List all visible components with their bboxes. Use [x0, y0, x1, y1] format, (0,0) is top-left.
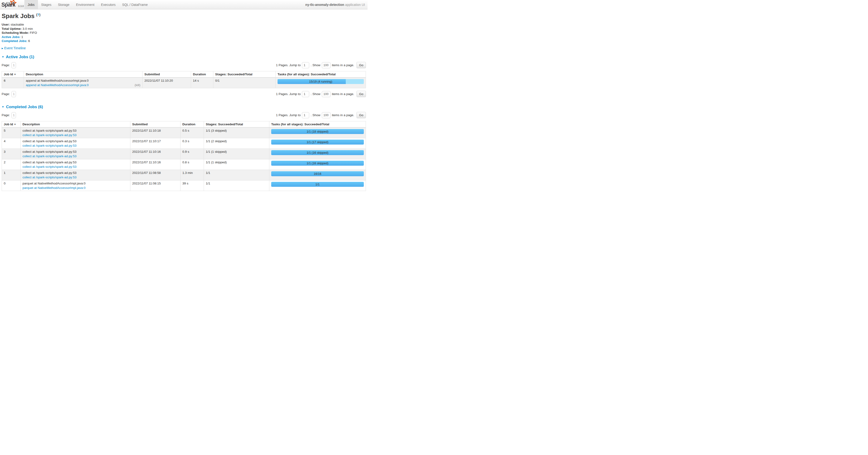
uptime-value: 3.0 min: [23, 27, 33, 30]
completed-jobs-section-header[interactable]: ▼ Completed Jobs (6): [2, 105, 43, 109]
progress-label: 15/19 (4 running): [278, 79, 364, 84]
column-header-duration[interactable]: Duration: [181, 121, 204, 127]
description-link[interactable]: collect at /spark-scripts/spark-ad.py:53: [23, 133, 76, 137]
kill-link[interactable]: (kill): [134, 83, 141, 87]
jump-to-input[interactable]: [302, 112, 309, 118]
page-label: Page:: [2, 113, 10, 117]
active-jobs-count: 1: [21, 35, 23, 39]
application-title: ny-tlc-anomaly-detection application UI: [305, 3, 368, 6]
summary-completed-jobs: Completed Jobs: 6: [2, 39, 366, 43]
active-jobs-pagination-top: Page: 1 Pages. Jump to . Show items in a…: [2, 61, 366, 69]
stages-cell: 1/1 (1 skipped): [204, 148, 269, 159]
job-id-cell: 2: [2, 159, 21, 170]
page-label: Page:: [2, 63, 10, 67]
show-items-input[interactable]: [322, 112, 331, 118]
column-header-submitted[interactable]: Submitted: [130, 121, 181, 127]
page-input[interactable]: [11, 91, 16, 97]
column-header-description[interactable]: Description: [21, 121, 130, 127]
go-button[interactable]: Go: [356, 91, 366, 97]
description-text: collect at /spark-scripts/spark-ad.py:53: [23, 129, 128, 132]
duration-cell: 0.3 s: [181, 138, 204, 148]
spark-version: 3.3.0: [18, 5, 24, 7]
pages-jump-text: 1 Pages. Jump to: [276, 113, 301, 117]
description-link[interactable]: append at NativeMethodAccessorImpl.java:…: [26, 83, 89, 87]
completed-jobs-link[interactable]: Completed Jobs:: [2, 39, 27, 43]
progress-label: 1/1 (16 skipped): [271, 150, 364, 155]
tasks-cell: 1/1 (18 skipped): [269, 127, 366, 138]
tasks-cell: 16/16: [269, 170, 366, 180]
tasks-progress-bar: 1/1 (18 skipped): [271, 129, 364, 134]
progress-label: 1/1 (17 skipped): [271, 140, 364, 145]
description-link[interactable]: collect at /spark-scripts/spark-ad.py:53: [23, 175, 76, 179]
application-name: ny-tlc-anomaly-detection: [305, 3, 344, 6]
description-link[interactable]: collect at /spark-scripts/spark-ad.py:53: [23, 154, 76, 158]
active-jobs-pagination-bottom: Page: 1 Pages. Jump to . Show items in a…: [2, 90, 366, 98]
tasks-cell: 15/19 (4 running): [276, 78, 366, 88]
table-row: 3 collect at /spark-scripts/spark-ad.py:…: [2, 148, 366, 159]
active-jobs-table: Job Id ▼ Description Submitted Duration …: [2, 71, 366, 88]
page-input[interactable]: [11, 112, 16, 118]
stages-cell: 1/1 (2 skipped): [204, 138, 269, 148]
active-jobs-section-header[interactable]: ▼ Active Jobs (1): [2, 55, 34, 59]
tab-jobs[interactable]: Jobs: [24, 0, 38, 9]
active-jobs-section-title: Active Jobs (1): [6, 55, 34, 59]
event-timeline-toggle[interactable]: ▶Event Timeline: [2, 46, 26, 50]
column-header-submitted[interactable]: Submitted: [143, 71, 191, 78]
description-link[interactable]: collect at /spark-scripts/spark-ad.py:53: [23, 165, 76, 169]
job-id-cell: 5: [2, 127, 21, 138]
page-input[interactable]: [11, 62, 16, 68]
progress-label: 1/1: [271, 182, 364, 187]
tab-executors[interactable]: Executors: [98, 0, 119, 9]
job-id-cell: 6: [2, 78, 24, 88]
summary-user: User: stackable: [2, 23, 366, 27]
description-text: collect at /spark-scripts/spark-ad.py:53: [23, 150, 128, 153]
job-summary-list: User: stackable Total Uptime: 3.0 min Sc…: [2, 23, 366, 43]
tasks-progress-bar: 1/1 (16 skipped): [271, 161, 364, 166]
description-link[interactable]: collect at /spark-scripts/spark-ad.py:53: [23, 144, 76, 147]
table-header-row: Job Id ▼ Description Submitted Duration …: [2, 121, 366, 127]
column-header-description[interactable]: Description: [24, 71, 143, 78]
show-items-input[interactable]: [322, 91, 331, 97]
spark-wordmark: Spark: [1, 2, 15, 8]
pages-jump-text: 1 Pages. Jump to: [276, 63, 301, 67]
column-header-job-id[interactable]: Job Id ▼: [2, 121, 21, 127]
jump-to-input[interactable]: [302, 91, 309, 97]
column-header-stages[interactable]: Stages: Succeeded/Total: [204, 121, 269, 127]
active-jobs-link[interactable]: Active Jobs:: [2, 35, 21, 39]
column-header-duration[interactable]: Duration: [191, 71, 213, 78]
column-header-job-id[interactable]: Job Id ▼: [2, 71, 24, 78]
jump-to-input[interactable]: [302, 62, 309, 68]
column-header-stages[interactable]: Stages: Succeeded/Total: [213, 71, 276, 78]
completed-jobs-pagination-top: Page: 1 Pages. Jump to . Show items in a…: [2, 111, 366, 119]
progress-label: 1/1 (16 skipped): [271, 161, 364, 166]
go-button[interactable]: Go: [356, 112, 366, 118]
column-header-tasks[interactable]: Tasks (for all stages): Succeeded/Total: [269, 121, 366, 127]
page-title-text: Spark Jobs: [2, 12, 34, 20]
submitted-cell: 2022/11/07 11:10:17: [130, 138, 181, 148]
duration-cell: 39 s: [181, 180, 204, 191]
spark-logo: APACHE Spark 3.3.0: [0, 0, 24, 9]
page-title: Spark Jobs (?): [2, 12, 366, 20]
tab-environment[interactable]: Environment: [73, 0, 98, 9]
tasks-cell: 1/1 (17 skipped): [269, 138, 366, 148]
tab-stages[interactable]: Stages: [38, 0, 55, 9]
table-row: 6 append at NativeMethodAccessorImpl.jav…: [2, 78, 366, 88]
page-label: Page:: [2, 92, 10, 96]
column-header-tasks[interactable]: Tasks (for all stages): Succeeded/Total: [276, 71, 366, 78]
event-timeline-label: Event Timeline: [4, 46, 26, 50]
tasks-progress-bar: 1/1 (16 skipped): [271, 150, 364, 155]
tab-sql-dataframe[interactable]: SQL / DataFrame: [119, 0, 151, 9]
application-ui-suffix: application UI: [345, 3, 365, 6]
scheduling-mode-value: FIFO: [30, 31, 37, 34]
go-button[interactable]: Go: [356, 62, 366, 68]
tab-storage[interactable]: Storage: [55, 0, 73, 9]
help-link[interactable]: (?): [36, 13, 40, 17]
submitted-cell: 2022/11/07 11:10:16: [130, 148, 181, 159]
items-in-page-text: items in a page.: [332, 63, 354, 67]
job-id-cell: 0: [2, 180, 21, 191]
description-link[interactable]: parquet at NativeMethodAccessorImpl.java…: [23, 186, 86, 190]
description-cell: append at NativeMethodAccessorImpl.java:…: [24, 78, 143, 88]
summary-uptime: Total Uptime: 3.0 min: [2, 27, 366, 31]
uptime-label: Total Uptime:: [2, 27, 22, 30]
show-items-input[interactable]: [322, 62, 331, 68]
